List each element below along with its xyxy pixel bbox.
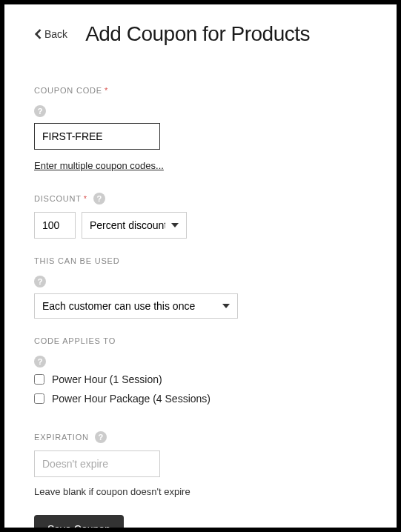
help-icon[interactable]: ? xyxy=(34,276,46,287)
back-button[interactable]: Back xyxy=(34,28,67,40)
usage-group: THIS CAN BE USED ? Each customer can use… xyxy=(34,253,367,319)
coupon-code-group: COUPON CODE * ? Enter multiple coupon co… xyxy=(34,83,367,172)
discount-label: DISCOUNT * xyxy=(34,194,87,203)
applies-to-label: CODE APPLIES TO xyxy=(34,336,116,345)
help-icon[interactable]: ? xyxy=(95,431,107,443)
expiration-label: EXPIRATION xyxy=(34,433,89,442)
applies-to-checkbox-0[interactable] xyxy=(34,374,44,385)
header: Back Add Coupon for Products xyxy=(34,22,367,46)
applies-to-label-1: Power Hour Package (4 Sessions) xyxy=(52,393,211,405)
chevron-left-icon xyxy=(34,29,42,39)
save-coupon-button[interactable]: Save Coupon xyxy=(34,515,124,528)
expiration-group: EXPIRATION ? Leave blank if coupon doesn… xyxy=(34,431,367,497)
discount-amount-input[interactable] xyxy=(34,212,76,239)
discount-group: DISCOUNT * ? Percent discount xyxy=(34,193,367,239)
usage-label: THIS CAN BE USED xyxy=(34,256,119,265)
expiration-input[interactable] xyxy=(34,450,160,477)
applies-to-label-0: Power Hour (1 Session) xyxy=(52,373,162,385)
help-icon[interactable]: ? xyxy=(34,105,46,117)
required-indicator: * xyxy=(105,86,108,95)
page-title: Add Coupon for Products xyxy=(85,22,310,46)
help-icon[interactable]: ? xyxy=(34,356,46,368)
expiration-hint: Leave blank if coupon doesn't expire xyxy=(34,486,367,497)
coupon-code-input[interactable] xyxy=(34,123,160,150)
help-icon[interactable]: ? xyxy=(93,193,105,205)
coupon-code-label: COUPON CODE * xyxy=(34,86,108,95)
add-coupon-panel: Back Add Coupon for Products COUPON CODE… xyxy=(4,4,397,528)
required-indicator: * xyxy=(84,194,87,203)
applies-to-checkbox-1[interactable] xyxy=(34,393,44,404)
usage-select[interactable]: Each customer can use this once xyxy=(34,293,238,319)
applies-to-option: Power Hour Package (4 Sessions) xyxy=(34,393,367,405)
back-label: Back xyxy=(44,28,67,40)
applies-to-group: CODE APPLIES TO ? Power Hour (1 Session)… xyxy=(34,333,367,405)
enter-multiple-codes-link[interactable]: Enter multiple coupon codes... xyxy=(34,160,164,171)
discount-type-select[interactable]: Percent discount xyxy=(82,212,187,239)
applies-to-option: Power Hour (1 Session) xyxy=(34,373,367,385)
